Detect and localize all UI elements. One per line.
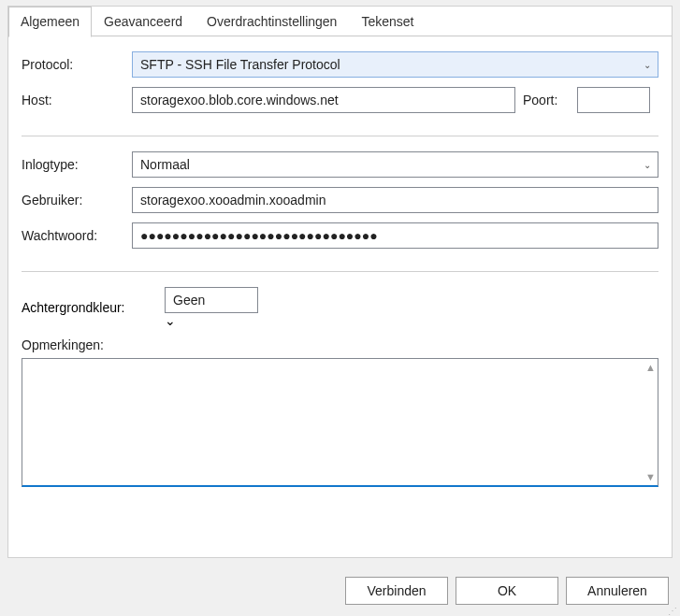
comments-textarea[interactable] [22,359,639,485]
port-input[interactable] [577,87,650,113]
button-bar: Verbinden OK Annuleren [0,566,680,616]
password-input[interactable] [132,222,658,249]
port-label: Poort: [523,93,571,107]
protocol-label: Protocol: [22,57,132,72]
user-label: Gebruiker: [22,193,132,208]
protocol-select[interactable] [132,51,658,78]
bgcolor-select[interactable] [165,287,258,313]
connect-button[interactable]: Verbinden [345,577,448,605]
tab-advanced[interactable]: Geavanceerd [92,7,195,36]
resize-grip-icon[interactable]: ⋰ [668,609,678,614]
comments-label: Opmerkingen: [22,337,658,352]
scroll-down-icon[interactable]: ▼ [645,471,656,482]
password-label: Wachtwoord: [22,228,132,243]
separator [22,136,658,136]
cancel-button[interactable]: Annuleren [566,577,669,605]
tab-charset[interactable]: Tekenset [349,7,426,36]
logon-type-select[interactable] [132,151,658,178]
scroll-up-icon[interactable]: ▲ [645,362,656,373]
tab-transfer-settings[interactable]: Overdrachtinstellingen [195,7,349,36]
logon-type-label: Inlogtype: [22,157,132,172]
chevron-down-icon: ⌄ [165,313,176,328]
ok-button[interactable]: OK [456,577,558,605]
bgcolor-label: Achtergrondkleur: [22,300,165,315]
user-input[interactable] [132,187,658,213]
tab-general[interactable]: Algemeen [8,7,92,37]
host-label: Host: [22,93,132,107]
tab-bar: Algemeen Geavanceerd Overdrachtinstellin… [8,7,672,36]
host-input[interactable] [132,87,515,113]
separator [22,271,658,272]
